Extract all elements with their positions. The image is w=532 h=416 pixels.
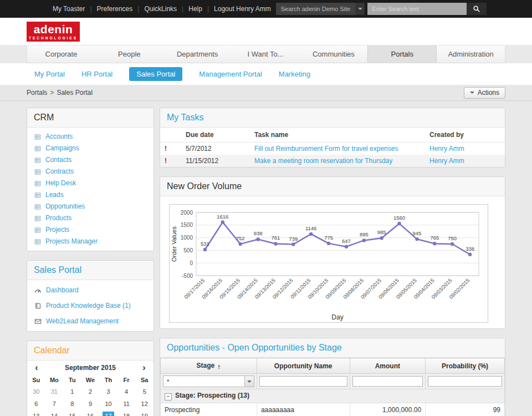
data-grid-icon [34,180,42,187]
svg-text:765: 765 [430,235,439,241]
calendar-day[interactable]: 18 [117,410,136,416]
left-column: CRM AccountsCampaignsContactsContractsHe… [27,108,154,416]
probability-filter-input[interactable] [428,376,502,387]
stage-group-row[interactable]: −Stage: Prospecting (13) [161,389,505,403]
created-by-link[interactable]: Henry Amm [429,145,464,153]
calendar-day[interactable]: 4 [117,385,136,398]
calendar-header: ‹ September 2015 › [27,361,154,374]
column-header-task-name: Task name [250,128,425,143]
menu-item-preferences[interactable]: Preferences [92,5,138,13]
sidebar-item-products[interactable]: Products [27,212,154,224]
column-header-label: Stage [197,362,215,369]
sidebar-item-product-knowledge-base-1[interactable]: Product Knowledge Base (1) [27,298,154,313]
opportunity-name-filter-input[interactable] [259,376,347,387]
subtab-sales-portal[interactable]: Sales Portal [129,67,182,81]
calendar-day[interactable]: 9 [81,398,100,410]
calendar-day[interactable]: 17 [99,410,117,416]
day-number: 6 [30,399,42,408]
calendar-day[interactable]: 8 [63,398,81,410]
tab-communities[interactable]: Communities [299,45,367,63]
subtab-management-portal[interactable]: Management Portal [199,70,262,78]
sidebar-item-leads[interactable]: Leads [27,189,154,201]
breadcrumb-current: Sales Portal [57,89,93,97]
amount-filter-input[interactable] [352,376,423,387]
subtab-marketing[interactable]: Marketing [279,70,310,78]
task-link[interactable]: Fill out Reimbursement Form for travel e… [254,145,398,153]
subtab-my-portal[interactable]: My Portal [34,70,65,78]
calendar-day[interactable]: 6 [27,398,45,410]
search-scope-caret[interactable] [355,3,365,15]
svg-text:Order Values: Order Values [171,226,177,262]
order-volume-panel: New Order Volume -500050010001500200009/… [160,176,505,329]
svg-text:531: 531 [201,241,209,247]
created-by-link[interactable]: Henry Amm [429,157,464,165]
tab-departments[interactable]: Departments [163,45,232,63]
calendar-day[interactable]: 12 [135,398,154,410]
day-number: 15 [66,412,78,416]
column-header-opportunity-name[interactable]: Opportunity Name [257,358,350,374]
column-header-amount[interactable]: Amount [350,358,426,374]
tab-i-want-to[interactable]: I Want To... [232,45,300,63]
opportunity-row[interactable]: Prospectingaaaaaaaaa1,000,000.0099 [161,403,505,416]
calendar-day[interactable]: 15 [63,410,81,416]
calendar-day[interactable]: 30 [27,385,45,398]
calendar-day[interactable]: 14 [45,410,64,416]
stage-filter-select[interactable]: * [163,376,254,387]
breadcrumb-parent-link[interactable]: Portals [27,89,47,97]
data-grid-icon [34,204,42,210]
adenin-logo[interactable]: adenin TECHNOLOGIES [27,22,80,42]
calendar-day[interactable]: 5 [135,385,154,398]
calendar-day[interactable]: 16 [81,410,100,416]
task-priority-cell: ! [160,155,181,167]
high-priority-icon: ! [165,157,167,165]
calendar-day[interactable]: 3 [99,385,117,398]
svg-text:750: 750 [448,235,457,241]
sidebar-item-projects[interactable]: Projects [27,224,154,236]
crm-panel-title: CRM [27,108,154,128]
actions-button[interactable]: Actions [464,87,505,99]
calendar-next-icon[interactable]: › [138,363,150,372]
menu-item-quicklinks[interactable]: QuickLinks [139,5,182,13]
menu-item-help[interactable]: Help [183,5,207,13]
tab-people[interactable]: People [95,45,163,63]
stage-filter-value: * [167,378,169,385]
sidebar-item-contacts[interactable]: Contacts [27,154,154,166]
sidebar-item-campaigns[interactable]: Campaigns [27,143,154,154]
column-header-probability[interactable]: Probability (%) [426,358,505,374]
svg-text:1616: 1616 [217,214,228,220]
search-button[interactable] [467,3,487,15]
calendar-day[interactable]: 31 [45,385,64,398]
opportunities-header-row: Stage▲▼Opportunity NameAmountProbability… [161,358,505,374]
opportunity-name: aaaaaaaaa [257,403,350,416]
search-scope-dropdown[interactable]: Search adenin Demo Site [276,3,355,15]
task-due-date: 11/15/2012 [181,155,250,167]
sidebar-item-help-desk[interactable]: Help Desk [27,177,154,189]
subtab-hr-portal[interactable]: HR Portal [81,70,112,78]
tab-corporate[interactable]: Corporate [27,45,95,63]
calendar-day[interactable]: 10 [99,398,117,410]
collapse-icon[interactable]: − [165,393,172,400]
task-link[interactable]: Make a meeting room reservation for Thur… [254,157,392,165]
tab-portals[interactable]: Portals [367,45,437,63]
calendar-day[interactable]: 19 [135,410,154,416]
calendar-day[interactable]: 7 [45,398,64,410]
crm-item-label: Accounts [45,133,73,141]
sidebar-item-accounts[interactable]: Accounts [27,131,154,143]
sidebar-item-opportunities[interactable]: Opportunities [27,201,154,212]
calendar-day[interactable]: 11 [117,398,136,410]
column-header-stage[interactable]: Stage▲▼ [161,358,257,374]
sidebar-item-contracts[interactable]: Contracts [27,166,154,177]
my-tasks-panel-title: My Tasks [160,108,505,128]
sidebar-item-web2lead-management[interactable]: Web2Lead Management [27,313,154,329]
menu-item-my-toaster[interactable]: My Toaster [48,5,90,13]
tab-administration[interactable]: Administration [437,45,505,63]
calendar-day[interactable]: 2 [81,385,100,398]
search-input[interactable] [367,3,467,15]
calendar-day[interactable]: 1 [63,385,81,398]
day-number: 30 [30,387,42,396]
calendar-prev-icon[interactable]: ‹ [30,363,43,372]
calendar-day[interactable]: 13 [27,410,45,416]
menu-item-logout-henry-amm[interactable]: Logout Henry Amm [209,5,276,13]
sidebar-item-projects-manager[interactable]: Projects Manager [27,236,154,247]
sidebar-item-dashboard[interactable]: Dashboard [27,282,154,298]
